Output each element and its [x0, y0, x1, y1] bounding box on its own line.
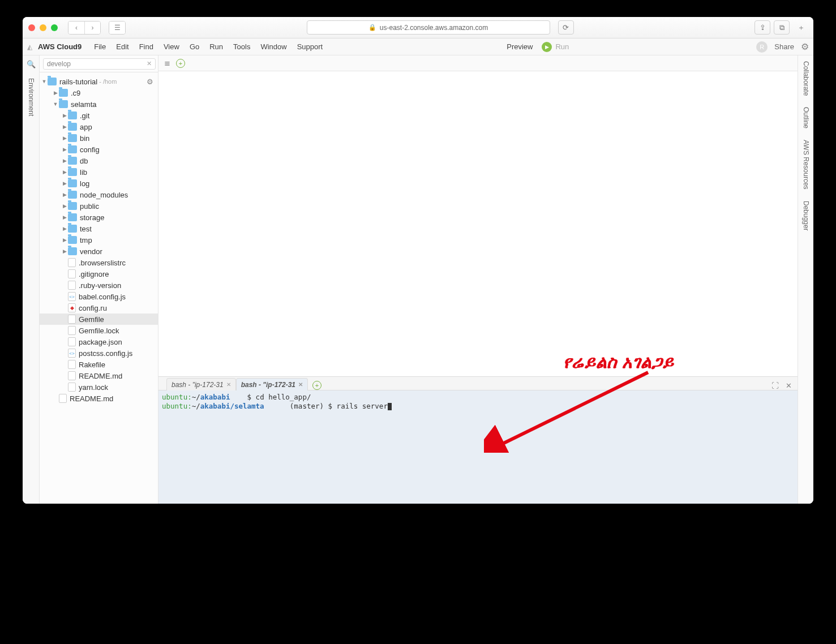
tree-file[interactable]: .browserslistrc	[40, 257, 158, 268]
menu-find[interactable]: Find	[135, 42, 158, 51]
preview-button[interactable]: Preview	[507, 42, 533, 51]
folder-icon	[68, 247, 77, 255]
tree-folder[interactable]: ▶node_modules	[40, 189, 158, 200]
menu-run[interactable]: Run	[205, 42, 228, 51]
debugger-tab[interactable]: Debugger	[802, 201, 810, 231]
tree-file[interactable]: babel.config.js	[40, 291, 158, 302]
chevron-icon: ▶	[61, 226, 68, 231]
sidebar-toggle-button[interactable]: ☰	[109, 22, 125, 34]
folder-icon	[68, 202, 77, 210]
settings-gear-icon[interactable]: ⚙	[801, 41, 809, 52]
folder-icon	[59, 100, 68, 108]
tree-folder[interactable]: ▶.git	[40, 110, 158, 121]
sidebar-search-input[interactable]	[43, 58, 156, 70]
tabs-button[interactable]: ⧉	[774, 20, 790, 35]
address-bar[interactable]: 🔒 us-east-2.console.aws.amazon.com	[307, 20, 550, 35]
folder-icon	[68, 191, 77, 199]
close-window-button[interactable]	[28, 24, 35, 31]
tree-file[interactable]: postcss.config.js	[40, 347, 158, 359]
folder-icon	[68, 111, 77, 119]
search-icon[interactable]: 🔍	[26, 59, 36, 69]
new-tab-button[interactable]: ＋	[794, 23, 808, 33]
share-button[interactable]: Share	[774, 42, 794, 51]
tree-folder[interactable]: ▶tmp	[40, 234, 158, 246]
file-icon	[68, 349, 76, 358]
folder-icon	[68, 236, 77, 244]
tree-item-label: config	[80, 145, 100, 154]
chevron-icon: ▶	[61, 181, 68, 186]
avatar[interactable]: R	[756, 41, 768, 53]
run-button[interactable]: ▶ Run	[542, 42, 569, 52]
reload-button[interactable]: ⟳	[558, 20, 574, 35]
file-icon	[68, 303, 76, 312]
lock-icon: 🔒	[368, 24, 376, 31]
file-icon	[68, 326, 76, 335]
tree-item-label: README.md	[70, 394, 113, 403]
clear-search-icon[interactable]: ✕	[147, 60, 155, 67]
tree-folder[interactable]: ▶config	[40, 144, 158, 155]
tree-folder[interactable]: ▶db	[40, 155, 158, 166]
close-panel-icon[interactable]: ✕	[786, 381, 792, 390]
tree-folder[interactable]: ▶bin	[40, 132, 158, 144]
share-sheet-button[interactable]: ⇪	[754, 20, 770, 35]
menu-go[interactable]: Go	[185, 42, 204, 51]
tree-file[interactable]: README.md	[40, 370, 158, 381]
menu-support[interactable]: Support	[293, 42, 328, 51]
tree-folder[interactable]: ▶app	[40, 121, 158, 132]
aws-resources-tab[interactable]: AWS Resources	[802, 140, 810, 190]
tree-file[interactable]: .gitignore	[40, 268, 158, 280]
tree-folder[interactable]: ▶log	[40, 178, 158, 189]
chevron-down-icon: ▼	[41, 79, 48, 84]
tree-file[interactable]: yarn.lock	[40, 381, 158, 393]
tree-file[interactable]: Gemfile	[40, 314, 158, 325]
terminal-body[interactable]: ubuntu:~/akababi $ cd hello_app/ ubuntu:…	[158, 390, 798, 504]
terminal-tab[interactable]: bash - "ip-172-31 ✕	[166, 378, 236, 390]
collaborate-tab[interactable]: Collaborate	[802, 61, 810, 96]
tree-folder[interactable]: ▶vendor	[40, 246, 158, 257]
tree-file[interactable]: README.md	[40, 393, 158, 404]
tree-item-label: yarn.lock	[79, 383, 108, 392]
folder-icon	[68, 168, 77, 176]
tree-item-label: node_modules	[80, 191, 128, 199]
tree-file[interactable]: Gemfile.lock	[40, 325, 158, 336]
back-button[interactable]: ‹	[68, 22, 84, 34]
tree-folder[interactable]: ▶test	[40, 223, 158, 234]
folder-icon	[59, 89, 68, 97]
environment-tab[interactable]: Environment	[27, 78, 35, 116]
forward-button[interactable]: ›	[84, 22, 100, 34]
tree-file[interactable]: config.ru	[40, 302, 158, 314]
tree-settings-icon[interactable]: ⚙	[147, 78, 153, 86]
menu-view[interactable]: View	[159, 42, 184, 51]
terminal-tab[interactable]: bash - "ip-172-31 ✕	[236, 378, 308, 390]
chevron-icon: ▼	[52, 101, 59, 107]
tree-folder[interactable]: ▼selamta	[40, 98, 158, 110]
chevron-icon: ▶	[52, 90, 59, 96]
menu-window[interactable]: Window	[256, 42, 291, 51]
new-editor-tab-button[interactable]: +	[176, 59, 185, 68]
tree-folder[interactable]: ▶.c9	[40, 87, 158, 98]
menu-file[interactable]: File	[89, 42, 110, 51]
tree-file[interactable]: Rakefile	[40, 359, 158, 370]
tab-list-icon[interactable]: ≣	[164, 59, 170, 67]
chevron-icon: ▶	[61, 147, 68, 152]
nav-back-forward: ‹ ›	[68, 21, 101, 35]
close-tab-icon[interactable]: ✕	[226, 381, 231, 388]
tree-item-label: bin	[80, 134, 89, 143]
tree-file[interactable]: package.json	[40, 336, 158, 347]
new-terminal-tab-button[interactable]: +	[312, 381, 321, 390]
maximize-panel-icon[interactable]: ⛶	[771, 381, 779, 390]
zoom-window-button[interactable]	[51, 24, 58, 31]
minimize-window-button[interactable]	[40, 24, 46, 31]
tree-item-label: storage	[80, 213, 104, 222]
sidebar-search: ✕	[40, 55, 158, 72]
cloud9-logo-icon[interactable]: ◭	[27, 43, 32, 51]
tree-folder[interactable]: ▶lib	[40, 166, 158, 178]
menu-edit[interactable]: Edit	[112, 42, 133, 51]
menu-tools[interactable]: Tools	[229, 42, 255, 51]
tree-root[interactable]: ▼ rails-tutorial - /hom	[40, 76, 120, 87]
close-tab-icon[interactable]: ✕	[298, 381, 303, 388]
tree-folder[interactable]: ▶storage	[40, 212, 158, 223]
tree-folder[interactable]: ▶public	[40, 200, 158, 212]
outline-tab[interactable]: Outline	[802, 107, 810, 128]
tree-file[interactable]: .ruby-version	[40, 280, 158, 291]
